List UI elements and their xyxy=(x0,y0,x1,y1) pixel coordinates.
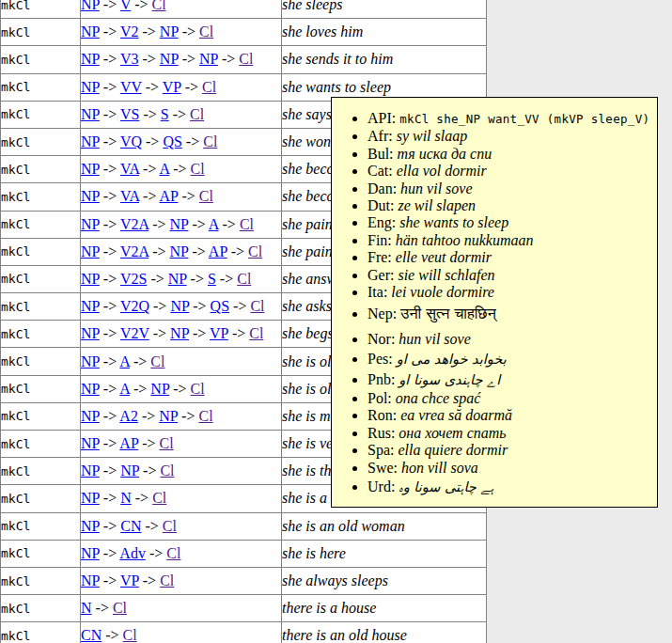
category-link[interactable]: NP xyxy=(199,51,218,67)
category-link[interactable]: AP xyxy=(209,243,227,259)
category-link[interactable]: NP xyxy=(81,518,100,534)
category-link[interactable]: Adv xyxy=(119,545,146,561)
category-link[interactable]: NP xyxy=(150,381,169,397)
category-link[interactable]: A xyxy=(209,216,219,232)
category-link[interactable]: N xyxy=(120,490,132,506)
category-link[interactable]: AP xyxy=(160,188,179,204)
category-link[interactable]: Cl xyxy=(249,325,263,341)
category-link[interactable]: NP xyxy=(160,24,179,39)
category-link[interactable]: VP xyxy=(163,79,181,95)
category-link[interactable]: NP xyxy=(81,243,100,259)
category-link[interactable]: Cl xyxy=(198,408,212,424)
category-link[interactable]: NP xyxy=(81,51,100,67)
category-link[interactable]: Cl xyxy=(160,435,174,451)
category-link[interactable]: Cl xyxy=(191,381,205,397)
category-link[interactable]: A2 xyxy=(119,408,138,424)
category-link[interactable]: NP xyxy=(81,490,100,506)
category-link[interactable]: NP xyxy=(81,408,100,424)
category-link[interactable]: NP xyxy=(81,216,100,232)
example-cell: she sleeps xyxy=(282,0,487,19)
category-link[interactable]: Cl xyxy=(150,353,164,369)
category-link[interactable]: Cl xyxy=(239,51,253,67)
category-link[interactable]: NP xyxy=(81,353,100,369)
category-link[interactable]: NP xyxy=(81,133,100,149)
rule-cell: CN -> Cl xyxy=(81,622,282,643)
category-link[interactable]: NP xyxy=(81,298,100,314)
category-link[interactable]: A xyxy=(119,381,130,397)
category-link[interactable]: NP xyxy=(81,381,100,397)
category-link[interactable]: Cl xyxy=(190,106,204,122)
category-link[interactable]: V2 xyxy=(120,24,139,39)
rule-cell: NP -> Adv -> Cl xyxy=(81,540,282,567)
category-link[interactable]: NP xyxy=(81,435,100,451)
category-link[interactable]: NP xyxy=(120,463,139,478)
category-link[interactable]: V2A xyxy=(120,216,148,232)
category-link[interactable]: A xyxy=(119,353,130,369)
category-link[interactable]: QS xyxy=(163,133,181,149)
category-link[interactable]: Cl xyxy=(203,133,217,149)
category-link[interactable]: NP xyxy=(81,161,100,177)
category-link[interactable]: V2Q xyxy=(120,298,149,314)
category-link[interactable]: NP xyxy=(160,51,179,67)
category-link[interactable]: N xyxy=(81,600,92,616)
category-link[interactable]: VP xyxy=(210,325,228,341)
category-link[interactable]: Cl xyxy=(202,79,216,95)
translation-text: sie will schlafen xyxy=(398,267,494,283)
category-link[interactable]: NP xyxy=(81,463,100,478)
category-link[interactable]: Cl xyxy=(199,24,213,39)
category-link[interactable]: V2A xyxy=(120,243,148,259)
category-link[interactable]: Cl xyxy=(152,0,166,12)
category-link[interactable]: NP xyxy=(81,79,100,95)
category-link[interactable]: Cl xyxy=(113,600,127,616)
category-link[interactable]: Cl xyxy=(163,518,177,534)
category-link[interactable]: VS xyxy=(120,106,139,122)
category-link[interactable]: A xyxy=(160,161,170,177)
category-link[interactable]: VA xyxy=(120,188,139,204)
category-link[interactable]: NP xyxy=(170,243,189,259)
category-link[interactable]: S xyxy=(161,106,169,122)
category-link[interactable]: NP xyxy=(81,325,100,341)
category-link[interactable]: NP xyxy=(81,271,100,287)
category-link[interactable]: Cl xyxy=(250,298,264,314)
table-row: mkClNP -> Adv -> Clshe is here xyxy=(1,540,487,567)
category-link[interactable]: NP xyxy=(170,325,189,341)
category-link[interactable]: QS xyxy=(211,298,229,314)
category-link[interactable]: Cl xyxy=(160,463,174,478)
category-link[interactable]: Cl xyxy=(191,161,205,177)
category-link[interactable]: S xyxy=(208,271,216,287)
category-link[interactable]: NP xyxy=(81,0,100,12)
category-link[interactable]: Cl xyxy=(123,627,137,643)
category-link[interactable]: AP xyxy=(119,435,138,451)
category-link[interactable]: VQ xyxy=(120,133,142,149)
category-link[interactable]: Cl xyxy=(237,271,251,287)
rule-cell: NP -> CN -> Cl xyxy=(81,512,282,540)
category-link[interactable]: NP xyxy=(81,24,100,39)
category-link[interactable]: CN xyxy=(120,518,141,534)
category-link[interactable]: NP xyxy=(170,298,189,314)
category-link[interactable]: VP xyxy=(120,572,139,588)
category-link[interactable]: VA xyxy=(120,161,139,177)
language-label: Dan: xyxy=(367,180,400,196)
category-link[interactable]: NP xyxy=(81,188,100,204)
category-link[interactable]: Cl xyxy=(199,188,213,204)
category-link[interactable]: V2V xyxy=(120,325,149,341)
category-link[interactable]: NP xyxy=(170,216,189,232)
example-cell: there is an old house xyxy=(282,622,487,643)
category-link[interactable]: CN xyxy=(81,627,102,643)
category-link[interactable]: V3 xyxy=(120,51,139,67)
category-link[interactable]: Cl xyxy=(248,243,262,259)
category-link[interactable]: NP xyxy=(81,545,100,561)
category-link[interactable]: NP xyxy=(81,106,100,122)
category-link[interactable]: NP xyxy=(159,408,178,424)
category-link[interactable]: NP xyxy=(168,271,187,287)
category-link[interactable]: NP xyxy=(81,572,100,588)
category-link[interactable]: Cl xyxy=(166,545,180,561)
category-link[interactable]: Cl xyxy=(240,216,254,232)
category-link[interactable]: V xyxy=(120,0,131,12)
category-link[interactable]: Cl xyxy=(160,572,174,588)
category-link[interactable]: V2S xyxy=(120,271,147,287)
translation-item: Nor: hun vil sove xyxy=(367,331,651,348)
translation-text: она хочет спать xyxy=(399,425,506,441)
category-link[interactable]: Cl xyxy=(152,490,166,506)
category-link[interactable]: VV xyxy=(120,79,142,95)
